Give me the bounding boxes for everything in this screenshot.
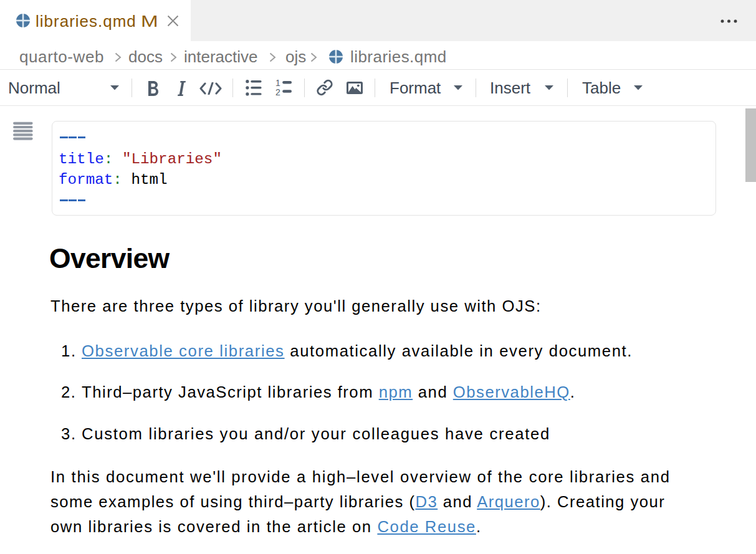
- svg-text:2: 2: [275, 87, 280, 97]
